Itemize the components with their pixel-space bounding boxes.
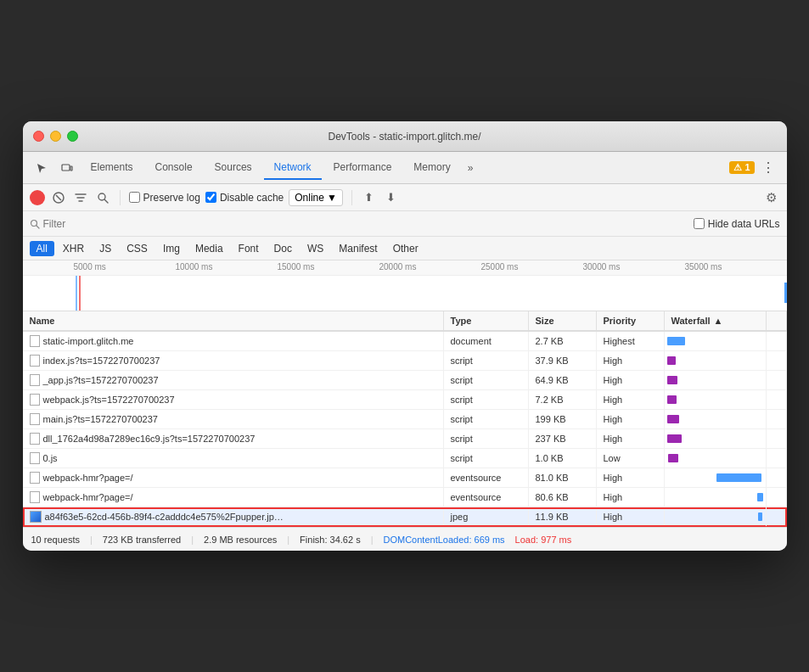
td-waterfall [665,468,767,487]
status-finish: Finish: 34.62 s [300,535,361,545]
table-row[interactable]: main.js?ts=1572270700237 script 199 KB H… [23,410,787,429]
image-icon [30,511,42,523]
throttle-dropdown[interactable]: Online ▼ [289,189,343,206]
tab-memory[interactable]: Memory [403,156,460,180]
devtools-tab-bar: Elements Console Sources Network Perform… [23,152,787,184]
clear-button[interactable] [50,189,67,206]
filter-input-wrap [30,218,111,230]
type-filter-font[interactable]: Font [232,241,266,256]
td-extra [767,468,787,487]
type-filter-xhr[interactable]: XHR [56,241,91,256]
timeline-bar-far-right [784,283,787,303]
type-filter-media[interactable]: Media [188,241,230,256]
td-priority: High [597,488,665,507]
type-filter-css[interactable]: CSS [120,241,154,256]
td-size: 1.0 KB [529,449,597,468]
table-row[interactable]: webpack-hmr?page=/ eventsource 80.6 KB H… [23,488,787,507]
table-row[interactable]: dll_1762a4d98a7289ec16c9.js?ts=157227070… [23,429,787,449]
sep4: | [371,535,374,545]
type-filter-other[interactable]: Other [386,241,425,256]
td-extra [767,410,787,428]
table-row[interactable]: _app.js?ts=1572270700237 script 64.9 KB … [23,371,787,390]
hide-data-urls-checkbox[interactable]: Hide data URLs [694,218,780,230]
file-icon [30,472,40,484]
table-row-selected[interactable]: a84f63e5-62cd-456b-89f4-c2adddc4e575%2Fp… [23,507,787,527]
tab-performance[interactable]: Performance [323,156,402,180]
minimize-button[interactable] [50,131,61,142]
td-name: main.js?ts=1572270700237 [23,410,444,428]
status-resources: 2.9 MB resources [204,535,277,545]
th-size[interactable]: Size [529,311,597,330]
td-type: document [444,332,529,350]
type-filter-all[interactable]: All [30,241,54,256]
type-filter-img[interactable]: Img [156,241,187,256]
maximize-button[interactable] [67,131,78,142]
waterfall-bar [667,356,676,365]
table-row[interactable]: index.js?ts=1572270700237 script 37.9 KB… [23,351,787,371]
tab-sources[interactable]: Sources [205,156,262,180]
th-type[interactable]: Type [444,311,529,330]
table-row[interactable]: webpack.js?ts=1572270700237 script 7.2 K… [23,390,787,410]
file-icon [30,452,40,464]
separator-1 [120,190,121,205]
window-title: DevTools - static-import.glitch.me/ [328,131,480,143]
export-har-icon[interactable]: ⬇ [383,189,400,206]
th-priority[interactable]: Priority [597,311,665,330]
table-row[interactable]: webpack-hmr?page=/ eventsource 81.0 KB H… [23,468,787,488]
file-icon [30,433,40,445]
svg-rect-0 [62,165,70,171]
th-name[interactable]: Name [23,311,444,330]
settings-icon[interactable]: ⚙ [763,189,780,206]
waterfall-bar [667,337,685,345]
td-size: 81.0 KB [529,468,597,487]
devtools-window: DevTools - static-import.glitch.me/ Elem… [23,121,787,551]
device-toggle-icon[interactable] [55,156,79,180]
td-extra [767,351,787,370]
cursor-icon[interactable] [30,156,53,180]
preserve-log-input[interactable] [129,192,140,203]
table-header: Name Type Size Priority Waterfall ▲ [23,311,787,332]
td-priority: High [597,429,665,448]
td-size: 64.9 KB [529,371,597,389]
type-filter-js[interactable]: JS [93,241,118,256]
disable-cache-input[interactable] [205,192,216,203]
td-priority: High [597,468,665,487]
td-name: webpack-hmr?page=/ [23,488,444,507]
td-waterfall [665,449,767,468]
timeline-marker-blue [76,276,77,311]
waterfall-bar [716,473,761,482]
chevron-down-icon: ▼ [327,192,337,204]
status-bar: 10 requests | 723 KB transferred | 2.9 M… [23,527,787,551]
import-har-icon[interactable]: ⬆ [361,189,378,206]
filter-input[interactable] [43,218,111,230]
disable-cache-checkbox[interactable]: Disable cache [205,192,284,204]
hide-data-urls-input[interactable] [694,218,705,229]
preserve-log-checkbox[interactable]: Preserve log [129,192,200,204]
status-load: Load: 977 ms [515,535,572,545]
td-extra [767,507,787,526]
search-icon[interactable] [94,189,111,206]
record-button[interactable] [30,190,45,205]
td-waterfall [665,371,767,389]
type-filter-doc[interactable]: Doc [267,241,299,256]
more-options-icon[interactable]: ⋮ [756,156,780,180]
type-filter-ws[interactable]: WS [301,241,330,256]
close-button[interactable] [33,131,44,142]
td-size: 2.7 KB [529,332,597,350]
status-requests: 10 requests [31,535,80,545]
td-size: 37.9 KB [529,351,597,370]
more-tabs-button[interactable]: » [463,159,479,177]
th-waterfall[interactable]: Waterfall ▲ [665,311,767,330]
timeline-ruler: 5000 ms 10000 ms 15000 ms 20000 ms 25000… [23,260,787,276]
filter-icon[interactable] [72,189,89,206]
ruler-mark-1: 5000 ms [74,262,106,272]
td-priority: High [597,507,665,526]
tab-network[interactable]: Network [264,156,322,180]
tab-console[interactable]: Console [145,156,203,180]
type-filter-bar: All XHR JS CSS Img Media Font Doc WS Man… [23,237,787,260]
type-filter-manifest[interactable]: Manifest [332,241,384,256]
table-row[interactable]: 0.js script 1.0 KB Low [23,449,787,468]
table-row[interactable]: static-import.glitch.me document 2.7 KB … [23,332,787,351]
th-extra [767,311,787,330]
tab-elements[interactable]: Elements [81,156,143,180]
